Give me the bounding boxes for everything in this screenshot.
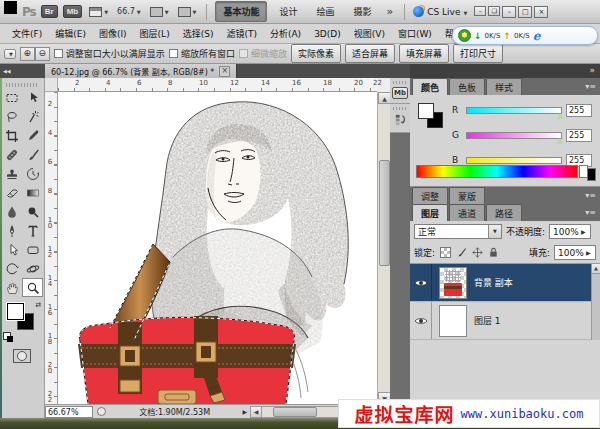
slider-handle[interactable] <box>556 113 564 119</box>
visibility-toggle[interactable] <box>410 302 432 339</box>
history-panel-button[interactable] <box>390 104 410 133</box>
default-colors-icon[interactable] <box>3 332 13 342</box>
layer-name[interactable]: 背景 副本 <box>474 276 513 289</box>
close-button[interactable]: × <box>534 6 548 18</box>
tab-channels[interactable]: 通道 <box>449 204 485 221</box>
zoom-in-button[interactable] <box>20 47 35 61</box>
tab-styles[interactable]: 样式 <box>486 78 522 95</box>
vertical-ruler[interactable]: 2 4 6 8 10 12 14 16 18 20 22 <box>45 92 58 404</box>
doc-restore-button[interactable]: ❑ <box>488 6 500 16</box>
vertical-scrollbar[interactable] <box>377 92 390 404</box>
panel-menu-icon[interactable] <box>585 191 596 200</box>
gradient-tool[interactable] <box>22 183 43 202</box>
screen-mode-dropdown[interactable] <box>176 6 199 18</box>
layer-thumbnail[interactable] <box>439 305 467 337</box>
lock-transparency-button[interactable] <box>439 247 451 259</box>
layer-row-layer1[interactable]: 图层 1 <box>410 302 600 340</box>
crop-tool[interactable] <box>1 126 22 145</box>
swap-colors-icon[interactable]: ⇄ <box>35 301 41 309</box>
lock-all-button[interactable] <box>487 247 499 259</box>
document-tab[interactable]: 60-12.jpg @ 66.7% (背景 副本, RGB/8#) * <box>45 64 237 78</box>
workspace-tab-painting[interactable]: 绘画 <box>309 2 341 21</box>
tab-paths[interactable]: 路径 <box>486 204 522 221</box>
dodge-tool[interactable] <box>22 202 43 221</box>
zoom-percentage-field[interactable]: 66.67% <box>45 406 93 418</box>
internet-explorer-icon[interactable]: e <box>533 29 541 43</box>
lock-position-button[interactable] <box>471 247 483 259</box>
horizontal-ruler[interactable]: 2 4 6 8 10 12 14 16 18 20 22 <box>58 78 377 92</box>
lasso-tool[interactable] <box>1 107 22 126</box>
foreground-color-swatch[interactable] <box>7 303 24 320</box>
zoom-level-dropdown[interactable]: 66.7 <box>115 6 143 17</box>
menu-window[interactable]: 窗口(W) <box>392 24 438 43</box>
workspace-tab-photography[interactable]: 摄影 <box>346 2 378 21</box>
zoom-tool[interactable] <box>22 278 43 297</box>
fill-screen-button[interactable]: 填充屏幕 <box>399 44 449 63</box>
blur-tool[interactable] <box>1 202 22 221</box>
tab-swatches[interactable]: 色板 <box>449 78 485 95</box>
menu-filter[interactable]: 滤镜(T) <box>220 24 263 43</box>
chevron-down-icon[interactable] <box>488 225 501 238</box>
print-size-button[interactable]: 打印尺寸 <box>453 44 503 63</box>
tab-color[interactable]: 颜色 <box>412 78 448 95</box>
panel-drag-handle[interactable] <box>6 83 38 87</box>
green-value-field[interactable]: 255 <box>566 129 592 142</box>
pen-tool[interactable] <box>1 221 22 240</box>
vertical-scroll-thumb[interactable] <box>379 160 390 266</box>
eyedropper-tool[interactable] <box>22 126 43 145</box>
cs-live-dropdown[interactable]: CS Live <box>413 6 467 17</box>
hand-tool[interactable] <box>1 278 22 297</box>
layer-name[interactable]: 图层 1 <box>474 314 501 327</box>
move-tool[interactable] <box>22 88 43 107</box>
menu-image[interactable]: 图像(I) <box>93 24 133 43</box>
menu-edit[interactable]: 编辑(E) <box>49 24 92 43</box>
green-slider[interactable] <box>466 132 562 139</box>
tool-panel-collapse-button[interactable] <box>0 64 45 78</box>
status-flyout-button[interactable] <box>239 408 250 415</box>
minimize-button[interactable]: – <box>502 6 516 18</box>
current-tool-button[interactable] <box>4 49 16 59</box>
flyout-arrow-icon[interactable] <box>581 228 590 235</box>
path-selection-tool[interactable] <box>1 240 22 259</box>
3d-rotate-tool[interactable] <box>1 259 22 278</box>
bridge-button[interactable]: Br <box>41 5 58 18</box>
mini-bridge-button[interactable]: Mb <box>63 5 83 18</box>
doc-minimize-button[interactable]: – <box>474 6 486 16</box>
tab-layers[interactable]: 图层 <box>412 204 448 221</box>
menu-view[interactable]: 视图(V) <box>348 24 391 43</box>
foreground-color-swatch[interactable] <box>418 103 434 119</box>
clone-stamp-tool[interactable] <box>1 164 22 183</box>
quick-mask-button[interactable] <box>13 349 31 363</box>
fill-field[interactable]: 100% <box>554 245 596 260</box>
rectangular-marquee-tool[interactable] <box>1 88 22 107</box>
black-swatch[interactable] <box>587 168 596 181</box>
brush-tool[interactable] <box>22 145 43 164</box>
workspace-tab-essentials[interactable]: 基本功能 <box>215 1 267 22</box>
workspace-tab-design[interactable]: 设计 <box>272 2 304 21</box>
panel-menu-icon[interactable] <box>585 82 596 91</box>
tab-adjustments[interactable]: 调整 <box>412 187 448 204</box>
resize-windows-checkbox[interactable]: 调整窗口大小以满屏显示 <box>54 47 165 60</box>
blue-slider[interactable] <box>466 157 562 164</box>
magic-wand-tool[interactable] <box>22 107 43 126</box>
3d-orbit-tool[interactable] <box>22 259 43 278</box>
mini-bridge-panel-button[interactable]: Mb <box>390 78 410 104</box>
layers-scrollbar[interactable] <box>591 264 600 340</box>
menu-layer[interactable]: 图层(L) <box>134 24 176 43</box>
menu-analysis[interactable]: 分析(A) <box>264 24 307 43</box>
fit-screen-button[interactable]: 适合屏幕 <box>345 44 395 63</box>
history-brush-tool[interactable] <box>22 164 43 183</box>
panel-menu-icon[interactable] <box>585 208 596 217</box>
color-spectrum-ramp[interactable] <box>416 165 578 178</box>
maximize-button[interactable]: □ <box>518 6 532 18</box>
network-speed-widget[interactable]: ↓ 0K/S ↑ 0K/S e <box>452 26 598 45</box>
zoom-all-windows-checkbox[interactable]: 缩放所有窗口 <box>169 47 235 60</box>
workspace-more-button[interactable]: » <box>384 5 397 18</box>
red-slider[interactable] <box>466 107 562 114</box>
eraser-tool[interactable] <box>1 183 22 202</box>
menu-3d[interactable]: 3D(D) <box>308 26 347 42</box>
slider-handle[interactable] <box>556 138 564 144</box>
opacity-field[interactable]: 100% <box>549 224 591 239</box>
flyout-arrow-icon[interactable] <box>586 249 595 256</box>
menu-file[interactable]: 文件(F) <box>6 24 48 43</box>
